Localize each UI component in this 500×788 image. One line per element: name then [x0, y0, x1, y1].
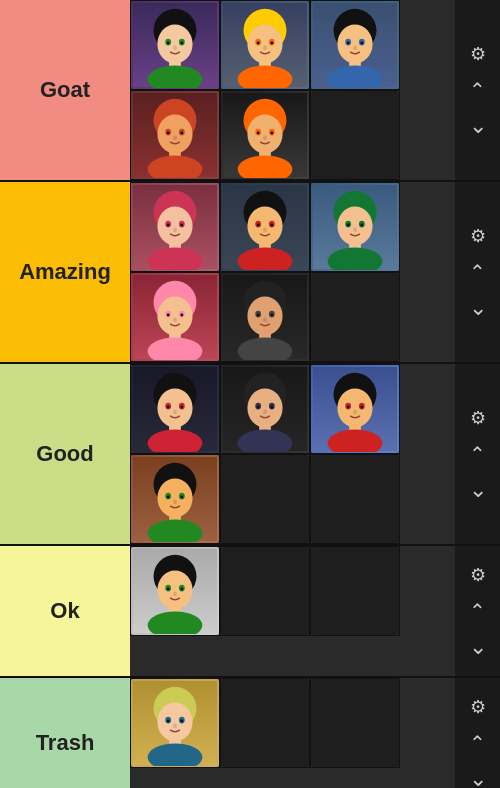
svg-point-139 — [173, 499, 177, 504]
character-card-goku[interactable] — [310, 0, 400, 90]
move-up-button-good[interactable]: ⌃ — [463, 439, 493, 469]
svg-point-25 — [347, 42, 350, 45]
character-card-nico[interactable] — [130, 364, 220, 454]
move-up-button-ok[interactable]: ⌃ — [463, 596, 493, 626]
character-card-empty3[interactable] — [220, 454, 310, 544]
character-card-empty8[interactable] — [310, 678, 400, 768]
tier-row-amazing: Amazing⚙⌃⌄ — [0, 182, 500, 364]
move-up-button-amazing[interactable]: ⌃ — [463, 257, 493, 287]
character-card-tanjiro[interactable] — [310, 364, 400, 454]
svg-point-86 — [180, 314, 183, 317]
tier-row-goat: Goat⚙⌃⌄ — [0, 0, 500, 182]
character-card-kirito[interactable] — [220, 364, 310, 454]
tier-controls-amazing: ⚙⌃⌄ — [455, 182, 500, 362]
svg-point-39 — [173, 135, 177, 140]
character-card-gon2[interactable] — [130, 454, 220, 544]
svg-point-112 — [247, 388, 282, 427]
svg-point-59 — [173, 227, 177, 232]
character-card-ichigo[interactable] — [220, 90, 310, 180]
character-card-yuji[interactable] — [130, 272, 220, 362]
move-down-button-ok[interactable]: ⌄ — [463, 632, 493, 662]
character-card-empty7[interactable] — [220, 678, 310, 768]
svg-point-69 — [263, 227, 267, 232]
tier-label-trash: Trash — [0, 678, 130, 788]
character-card-meliodas[interactable] — [130, 678, 220, 768]
character-card-empty2[interactable] — [310, 272, 400, 362]
move-down-button-goat[interactable]: ⌄ — [463, 111, 493, 141]
tier-controls-ok: ⚙⌃⌄ — [455, 546, 500, 676]
svg-point-125 — [347, 406, 350, 409]
character-card-deku[interactable] — [310, 182, 400, 272]
tier-images-amazing — [130, 182, 455, 362]
tier-row-ok: Ok⚙⌃⌄ — [0, 546, 500, 678]
svg-point-16 — [270, 42, 273, 45]
character-card-empty4[interactable] — [310, 454, 400, 544]
svg-point-65 — [257, 224, 260, 227]
svg-point-6 — [180, 42, 183, 45]
gear-button-amazing[interactable]: ⚙ — [463, 221, 493, 251]
gear-button-goat[interactable]: ⚙ — [463, 39, 493, 69]
svg-point-142 — [157, 570, 192, 609]
tier-controls-goat: ⚙⌃⌄ — [455, 0, 500, 180]
svg-point-152 — [157, 702, 192, 741]
move-down-button-amazing[interactable]: ⌄ — [463, 293, 493, 323]
gear-button-trash[interactable]: ⚙ — [463, 692, 493, 722]
tier-images-goat — [130, 0, 455, 180]
svg-point-76 — [360, 224, 363, 227]
svg-point-89 — [173, 317, 177, 322]
tier-label-goat: Goat — [0, 0, 130, 180]
character-card-gon[interactable] — [130, 546, 220, 636]
svg-point-92 — [247, 296, 282, 335]
move-up-button-goat[interactable]: ⌃ — [463, 75, 493, 105]
svg-point-126 — [360, 406, 363, 409]
svg-point-49 — [263, 135, 267, 140]
tier-controls-trash: ⚙⌃⌄ — [455, 678, 500, 788]
svg-point-122 — [337, 388, 372, 427]
move-down-button-trash[interactable]: ⌄ — [463, 764, 493, 788]
character-card-naruto[interactable] — [220, 0, 310, 90]
svg-point-82 — [157, 296, 192, 335]
svg-point-135 — [167, 496, 170, 499]
svg-point-132 — [157, 478, 192, 517]
tier-label-good: Good — [0, 364, 130, 544]
character-card-empty6[interactable] — [310, 546, 400, 636]
tier-images-ok — [130, 546, 455, 676]
svg-point-102 — [157, 388, 192, 427]
svg-point-66 — [270, 224, 273, 227]
svg-point-109 — [173, 409, 177, 414]
svg-point-35 — [167, 132, 170, 135]
character-card-kurama[interactable] — [130, 90, 220, 180]
svg-point-12 — [247, 24, 282, 63]
gear-button-ok[interactable]: ⚙ — [463, 560, 493, 590]
svg-point-26 — [360, 42, 363, 45]
gear-button-good[interactable]: ⚙ — [463, 403, 493, 433]
svg-point-136 — [180, 496, 183, 499]
tier-row-trash: Trash⚙⌃⌄ — [0, 678, 500, 788]
svg-point-106 — [180, 406, 183, 409]
svg-point-15 — [257, 42, 260, 45]
character-card-empty1[interactable] — [310, 90, 400, 180]
svg-point-99 — [263, 317, 267, 322]
tier-images-trash — [130, 678, 455, 788]
svg-point-159 — [173, 723, 177, 728]
move-down-button-good[interactable]: ⌄ — [463, 475, 493, 505]
character-card-empty5[interactable] — [220, 546, 310, 636]
svg-point-155 — [167, 720, 170, 723]
character-card-aizawa[interactable] — [220, 272, 310, 362]
svg-point-75 — [347, 224, 350, 227]
svg-point-62 — [247, 206, 282, 245]
character-card-yusuke[interactable] — [130, 0, 220, 90]
svg-point-149 — [173, 591, 177, 596]
svg-point-56 — [180, 224, 183, 227]
character-card-luffy[interactable] — [220, 182, 310, 272]
move-up-button-trash[interactable]: ⌃ — [463, 728, 493, 758]
svg-point-145 — [167, 588, 170, 591]
svg-point-105 — [167, 406, 170, 409]
svg-point-29 — [353, 45, 357, 50]
svg-point-119 — [263, 409, 267, 414]
svg-point-32 — [157, 114, 192, 153]
svg-point-9 — [173, 45, 177, 50]
svg-point-45 — [257, 132, 260, 135]
svg-point-19 — [263, 45, 267, 50]
character-card-shoya[interactable] — [130, 182, 220, 272]
